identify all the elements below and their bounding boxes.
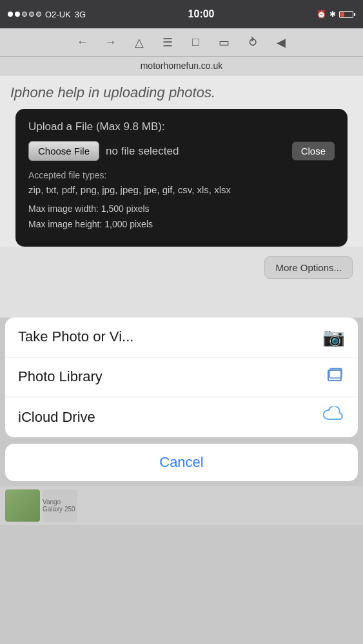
status-right: ⏰ ✱ [317,10,355,19]
cloud-icon [323,406,345,428]
close-button[interactable]: Close [292,142,335,160]
status-bar: O2-UK 3G 10:00 ⏰ ✱ [0,0,363,28]
thumbnail-2[interactable]: Vango Galaxy 250 [43,489,77,522]
forward-icon[interactable]: → [102,33,120,52]
network-label: 3G [75,10,86,19]
choose-file-button[interactable]: Choose File [28,141,99,161]
svg-rect-2 [328,370,341,381]
signal-dot-2 [15,12,20,17]
url-text: motorhomefun.co.uk [141,61,223,71]
action-sheet-container: Take Photo or Vi... 📷 Photo Library iClo… [0,317,363,481]
upload-title: Upload a File (Max 9.8 MB): [28,120,335,133]
tabs-icon[interactable]: ▭ [215,33,233,52]
signal-dot-3 [22,12,27,17]
more-options-button[interactable]: More Options... [264,256,353,279]
max-height-value: 1,000 pixels [104,219,153,229]
max-info: Max image width: 1,500 pixels Max image … [28,202,335,232]
alarm-icon: ⏰ [317,10,326,19]
cancel-label: Cancel [159,454,203,471]
thumbnail-label: Vango Galaxy 250 [43,498,77,513]
upload-modal: Upload a File (Max 9.8 MB): Choose File … [15,109,348,247]
take-photo-option[interactable]: Take Photo or Vi... 📷 [5,317,358,357]
file-input-row: Choose File no file selected Close [28,141,335,161]
signal-dots [8,12,41,17]
bookmarks-icon[interactable]: ☰ [159,33,177,52]
photo-library-label: Photo Library [18,368,103,385]
accepted-types: zip, txt, pdf, png, jpg, jpeg, jpe, gif,… [28,183,335,196]
back-icon[interactable]: ← [74,33,92,52]
menu-icon[interactable]: ◀ [272,33,290,52]
carrier-label: O2-UK [45,10,71,19]
camera-toolbar-icon[interactable]: □ [187,33,205,52]
battery-icon [339,11,355,18]
thumbnail-strip: Vango Galaxy 250 [0,486,363,525]
time-display: 10:00 [188,8,215,20]
share-icon[interactable]: △ [130,33,148,52]
icloud-drive-option[interactable]: iCloud Drive [5,397,358,437]
max-width-value: 1,500 pixels [101,204,150,214]
browser-toolbar: ← → △ ☰ □ ▭ ⥁ ◀ [0,28,363,57]
spacer [0,285,363,317]
status-left: O2-UK 3G [8,10,86,19]
signal-dot-1 [8,12,13,17]
url-bar[interactable]: motorhomefun.co.uk [0,57,363,75]
photo-library-icon [326,365,345,389]
thumbnail-1[interactable] [5,489,40,522]
icloud-drive-label: iCloud Drive [18,409,95,426]
bluetooth-icon: ✱ [329,10,336,19]
page-background: Iphone help in uploading photos. Upload … [0,75,363,247]
signal-dot-4 [29,12,34,17]
cancel-button[interactable]: Cancel [5,444,358,481]
refresh-icon[interactable]: ⥁ [244,33,262,52]
action-sheet: Take Photo or Vi... 📷 Photo Library iClo… [5,317,358,437]
no-file-label: no file selected [106,145,286,158]
camera-icon: 📷 [322,327,345,348]
gap-area: More Options... [0,247,363,285]
photo-library-option[interactable]: Photo Library [5,357,358,397]
cancel-sheet: Cancel [5,444,358,481]
signal-dot-5 [36,12,41,17]
max-width-label: Max image width: [28,204,99,214]
max-height-label: Max image height: [28,219,102,229]
page-title: Iphone help in uploading photos. [10,84,353,109]
accepted-label: Accepted file types: [28,170,335,180]
take-photo-label: Take Photo or Vi... [18,328,133,345]
